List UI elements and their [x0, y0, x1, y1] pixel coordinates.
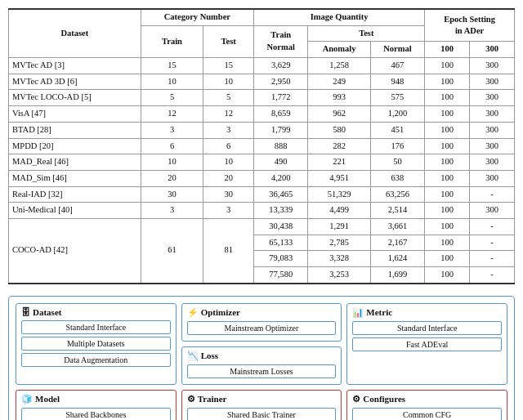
- configures-icon: ⚙: [352, 394, 360, 404]
- model-section: 🧊 Model Shared Backbones Specific Model: [16, 390, 177, 420]
- configures-title: ⚙ Configures: [352, 394, 502, 404]
- main-table: Dataset Category Number Image Quantity E…: [8, 8, 515, 284]
- trainer-title: ⚙ Trainer: [187, 394, 337, 404]
- dataset-item-multiple: Multiple Datasets: [21, 337, 171, 351]
- diagram-bottom-row: 🧊 Model Shared Backbones Specific Model …: [16, 390, 507, 420]
- col-category-number: Category Number: [141, 9, 253, 25]
- col-image-quantity: Image Quantity: [254, 9, 425, 25]
- optimizer-icon: ⚡: [187, 307, 199, 318]
- metric-title: 📊 Metric: [352, 307, 502, 318]
- trainer-section: ⚙ Trainer Shared Basic Trainer Specific …: [181, 390, 342, 420]
- table-row: COCO-AD [42] 61 81 30,4381,2913,661100-: [9, 218, 515, 235]
- col-cat-test: Test: [203, 25, 254, 57]
- table-row: MVTec AD 3D [6]10102,950249948100300: [9, 74, 515, 90]
- table-row: MAD_Real [46]101049022150100300: [9, 154, 515, 171]
- trainer-item-shared-basic: Shared Basic Trainer: [187, 408, 337, 420]
- loss-section: 📉 Loss Mainstream Losses: [181, 346, 342, 385]
- col-cat-train: Train: [141, 25, 203, 57]
- model-icon: 🧊: [21, 394, 33, 404]
- metric-item-standard: Standard Interface: [352, 321, 502, 335]
- table-row: Uni-Medical [40]3313,3394,4992,514100300: [9, 203, 515, 219]
- framework-diagram: 🗄 Dataset Standard Interface Multiple Da…: [8, 296, 515, 420]
- dataset-item-standard: Standard Interface: [21, 320, 171, 334]
- table-row: MAD_Sim [46]20204,2004,951638100300: [9, 170, 515, 186]
- model-item-backbones: Shared Backbones: [21, 408, 171, 420]
- col-img-test-normal: Normal: [370, 42, 424, 58]
- dataset-title: 🗄 Dataset: [21, 307, 171, 317]
- optimizer-item-mainstream: Mainstream Optimizer: [187, 321, 337, 335]
- col-img-test-anomaly: Anomaly: [308, 42, 370, 58]
- configures-section: ⚙ Configures Common CFG Inherited CFGfor…: [346, 390, 507, 420]
- dataset-icon: 🗄: [21, 307, 30, 317]
- metric-icon: 📊: [352, 307, 364, 318]
- col-img-test: Test: [308, 25, 425, 42]
- table-row: Real-IAD [32]303036,46551,32963,256100-: [9, 186, 515, 203]
- table-row: MVTec LOCO-AD [5]551,772993575100300: [9, 90, 515, 106]
- table-row: BTAD [28]331,799580451100300: [9, 122, 515, 138]
- loss-icon: 📉: [187, 351, 199, 361]
- model-title: 🧊 Model: [21, 394, 171, 404]
- optimizer-loss-column: ⚡ Optimizer Mainstream Optimizer 📉 Loss …: [181, 303, 342, 385]
- col-dataset: Dataset: [9, 9, 141, 58]
- col-epoch-300: 300: [470, 42, 515, 58]
- metric-item-fast: Fast ADEval: [352, 337, 502, 351]
- metric-section: 📊 Metric Standard Interface Fast ADEval: [346, 303, 507, 385]
- table-row: VisA [47]12128,6599621,200100300: [9, 106, 515, 123]
- dataset-section: 🗄 Dataset Standard Interface Multiple Da…: [16, 303, 177, 385]
- loss-item-mainstream: Mainstream Losses: [187, 364, 337, 378]
- loss-title: 📉 Loss: [187, 351, 337, 361]
- col-img-train-normal: TrainNormal: [254, 25, 308, 57]
- configures-item-common: Common CFG: [352, 408, 502, 420]
- table-row: MPDD [20]66888282176100300: [9, 138, 515, 154]
- trainer-icon: ⚙: [187, 394, 195, 404]
- optimizer-title: ⚡ Optimizer: [187, 307, 337, 318]
- col-epoch-100: 100: [425, 42, 470, 58]
- dataset-item-augmentation: Data Augmentation: [21, 353, 171, 367]
- diagram-top-row: 🗄 Dataset Standard Interface Multiple Da…: [16, 303, 507, 385]
- optimizer-section: ⚡ Optimizer Mainstream Optimizer: [181, 303, 342, 342]
- col-epoch: Epoch Settingin ADer: [425, 9, 515, 42]
- table-row: MVTec AD [3]15153,6291,258467100300: [9, 58, 515, 74]
